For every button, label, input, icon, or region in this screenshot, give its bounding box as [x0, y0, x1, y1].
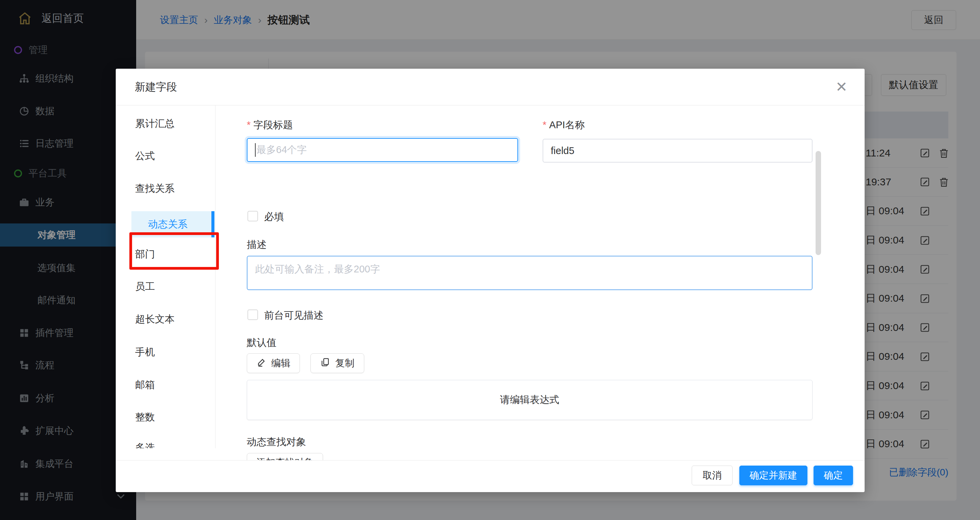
default-value-label: 默认值: [247, 336, 277, 350]
field-type-2[interactable]: 公式: [116, 147, 215, 166]
modal-title: 新建字段: [135, 69, 177, 105]
field-type-6[interactable]: 员工: [116, 277, 215, 296]
modal-footer: 取消 确定并新建 确定: [116, 460, 865, 492]
required-checkbox[interactable]: [247, 211, 258, 221]
confirm-button[interactable]: 确定: [813, 466, 853, 485]
description-label: 描述: [247, 238, 267, 252]
new-field-modal: 新建字段 ✕ 累计汇总公式查找关系动态关系部门员工超长文本手机邮箱整数多选 *字…: [116, 69, 865, 492]
api-name-input[interactable]: field5: [542, 139, 813, 163]
front-visible-label: 前台可见描述: [264, 309, 323, 322]
description-textarea[interactable]: 此处可输入备注，最多200字: [247, 256, 813, 290]
copy-button[interactable]: 复制: [310, 354, 364, 373]
copy-icon: [320, 357, 331, 370]
field-type-11[interactable]: 多选: [116, 438, 215, 448]
modal-scrollbar[interactable]: [816, 151, 821, 255]
field-type-list: 累计汇总公式查找关系动态关系部门员工超长文本手机邮箱整数多选: [116, 105, 215, 448]
field-type-3[interactable]: 查找关系: [116, 179, 215, 198]
modal-header: 新建字段 ✕: [116, 69, 865, 105]
field-type-9[interactable]: 邮箱: [116, 376, 215, 395]
front-visible-checkbox[interactable]: [247, 309, 258, 320]
screen: 设置主页 › 业务对象 › 按钮测试 返回 默认值设置 11:2419:37日 …: [0, 0, 980, 520]
field-type-7[interactable]: 超长文本: [116, 310, 215, 329]
field-type-5[interactable]: 部门: [116, 245, 215, 264]
close-icon[interactable]: ✕: [833, 78, 850, 96]
field-type-4[interactable]: 动态关系: [131, 211, 215, 238]
field-type-1[interactable]: 累计汇总: [116, 114, 215, 133]
field-type-8[interactable]: 手机: [116, 343, 215, 362]
expression-box[interactable]: 请编辑表达式: [247, 380, 813, 420]
field-title-input[interactable]: 最多64个字: [247, 138, 518, 162]
field-type-10[interactable]: 整数: [116, 408, 215, 427]
field-title-label: *字段标题: [247, 118, 293, 132]
dynamic-lookup-label: 动态查找对象: [247, 435, 306, 449]
modal-body: 累计汇总公式查找关系动态关系部门员工超长文本手机邮箱整数多选 *字段标题 *AP…: [116, 105, 865, 460]
pencil-icon: [256, 357, 267, 370]
confirm-and-new-button[interactable]: 确定并新建: [739, 466, 807, 485]
cancel-button[interactable]: 取消: [692, 466, 733, 485]
api-name-label: *API名称: [542, 118, 585, 132]
required-label: 必填: [264, 210, 284, 224]
edit-button[interactable]: 编辑: [247, 354, 300, 373]
add-lookup-button[interactable]: 添加查找对象: [247, 453, 323, 460]
text-cursor: [255, 143, 256, 157]
